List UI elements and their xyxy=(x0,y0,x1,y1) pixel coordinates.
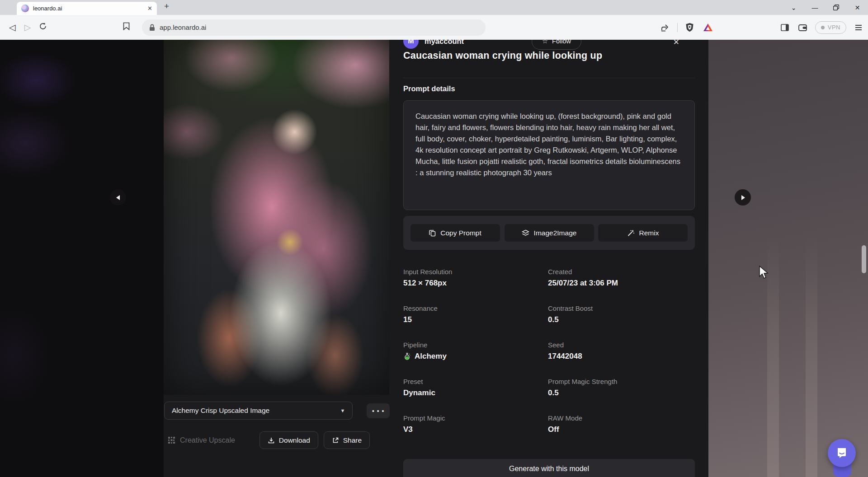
potion-icon xyxy=(403,352,411,361)
chat-icon xyxy=(835,446,849,460)
wand-icon xyxy=(627,229,635,237)
meta-input-resolution: Input Resolution 512 × 768px xyxy=(403,268,548,288)
tab-search-chevron-icon[interactable]: ⌄ xyxy=(783,0,804,15)
next-image-button[interactable] xyxy=(735,189,751,206)
share-icon[interactable] xyxy=(659,22,671,33)
lock-icon xyxy=(149,24,155,31)
tab-close-icon[interactable]: ✕ xyxy=(147,5,152,12)
dimmed-background-left xyxy=(0,40,164,477)
variant-selector-label: Alchemy Crisp Upscaled Image xyxy=(172,407,340,415)
vpn-status-dot xyxy=(821,26,825,29)
page-content: Alchemy Crisp Upscaled Image ▼ • • • Cre… xyxy=(0,40,868,477)
chat-widget-button[interactable] xyxy=(828,439,856,467)
toolbar-divider xyxy=(677,23,678,32)
copy-prompt-button[interactable]: Copy Prompt xyxy=(410,224,500,242)
prompt-text: Caucasian woman crying while looking up,… xyxy=(415,111,683,178)
sidebar-icon[interactable] xyxy=(779,22,791,33)
variant-selector-dropdown[interactable]: Alchemy Crisp Upscaled Image ▼ xyxy=(164,402,353,420)
divider xyxy=(403,78,695,78)
brave-shield-icon[interactable] xyxy=(684,22,696,33)
image2image-button[interactable]: Image2Image xyxy=(505,224,594,242)
layers-icon xyxy=(522,229,529,237)
reload-icon[interactable] xyxy=(35,22,51,33)
creative-upscale-label: Creative Upscale xyxy=(180,436,235,444)
prompt-box: Caucasian woman crying while looking up,… xyxy=(403,100,695,210)
more-options-button[interactable]: • • • xyxy=(367,403,390,418)
back-icon[interactable]: ◁ xyxy=(5,22,20,33)
wallet-icon[interactable] xyxy=(797,22,809,33)
light-streak xyxy=(806,234,817,477)
share-image-button[interactable]: Share xyxy=(324,431,370,449)
prompt-details-heading: Prompt details xyxy=(403,84,455,93)
meta-prompt-magic: Prompt Magic V3 xyxy=(403,414,548,434)
username: myaccount xyxy=(425,40,464,46)
avatar[interactable]: M xyxy=(403,40,419,49)
vpn-label: VPN xyxy=(828,24,840,31)
dimmed-background-right xyxy=(708,40,868,477)
download-button[interactable]: Download xyxy=(259,431,318,449)
tab-title: leonardo.ai xyxy=(33,5,143,12)
copy-icon xyxy=(429,229,436,237)
generate-with-model-button[interactable]: Generate with this model xyxy=(403,459,695,477)
download-icon xyxy=(268,437,275,444)
close-window-button[interactable]: ✕ xyxy=(847,0,868,15)
restore-button[interactable] xyxy=(826,0,847,15)
page-title: Caucasian woman crying while looking up xyxy=(403,50,602,61)
menu-icon[interactable] xyxy=(853,22,864,33)
browser-tab[interactable]: leonardo.ai ✕ xyxy=(17,2,157,15)
meta-resonance: Resonance 15 xyxy=(403,304,548,324)
bookmark-icon[interactable] xyxy=(118,22,134,33)
prompt-actions-bar: Copy Prompt Image2Image Remix xyxy=(403,216,695,250)
follow-label: Follow xyxy=(552,40,571,45)
meta-preset: Preset Dynamic xyxy=(403,378,548,398)
creative-upscale-button[interactable]: Creative Upscale xyxy=(164,436,235,444)
remix-label: Remix xyxy=(639,229,659,237)
metadata-grid: Input Resolution 512 × 768px Created 25/… xyxy=(403,268,695,434)
site-favicon xyxy=(21,5,29,12)
meta-pipeline: Pipeline Alchemy xyxy=(403,341,548,361)
browser-toolbar: ◁ ▷ app.leonardo.ai xyxy=(0,15,868,40)
meta-seed: Seed 17442048 xyxy=(548,341,695,361)
url-text: app.leonardo.ai xyxy=(160,23,206,31)
new-tab-button[interactable]: + xyxy=(164,1,169,11)
browser-tabstrip: leonardo.ai ✕ + ⌄ — ✕ xyxy=(0,0,868,15)
previous-image-button[interactable] xyxy=(110,189,126,206)
image-detail-modal: Alchemy Crisp Upscaled Image ▼ • • • Cre… xyxy=(164,40,708,477)
chevron-down-icon: ▼ xyxy=(340,408,345,413)
address-bar[interactable]: app.leonardo.ai xyxy=(142,19,486,36)
copy-prompt-label: Copy Prompt xyxy=(440,229,481,237)
mouse-cursor xyxy=(759,266,769,279)
follow-button[interactable]: ☆ Follow xyxy=(532,40,581,50)
arrow-left-icon xyxy=(116,195,121,201)
window-controls: ⌄ — ✕ xyxy=(783,0,868,15)
minimize-button[interactable]: — xyxy=(804,0,826,15)
creative-upscale-icon xyxy=(168,436,175,444)
brave-rewards-bat-icon[interactable] xyxy=(702,22,714,33)
follow-star-icon: ☆ xyxy=(542,40,548,45)
share-label: Share xyxy=(343,436,362,444)
close-icon[interactable]: ✕ xyxy=(673,40,679,47)
meta-raw-mode: RAW Mode Off xyxy=(548,414,695,434)
share-box-icon xyxy=(332,437,339,444)
scrollbar-thumb[interactable] xyxy=(862,245,866,273)
remix-button[interactable]: Remix xyxy=(598,224,688,242)
generated-image[interactable] xyxy=(164,40,389,395)
forward-icon: ▷ xyxy=(20,22,35,33)
meta-created: Created 25/07/23 at 3:06 PM xyxy=(548,268,695,288)
meta-prompt-magic-strength: Prompt Magic Strength 0.5 xyxy=(548,378,695,398)
vpn-badge[interactable]: VPN xyxy=(815,21,846,34)
meta-contrast-boost: Contrast Boost 0.5 xyxy=(548,304,695,324)
download-label: Download xyxy=(279,436,310,444)
image2image-label: Image2Image xyxy=(534,229,577,237)
arrow-right-icon xyxy=(741,195,745,201)
